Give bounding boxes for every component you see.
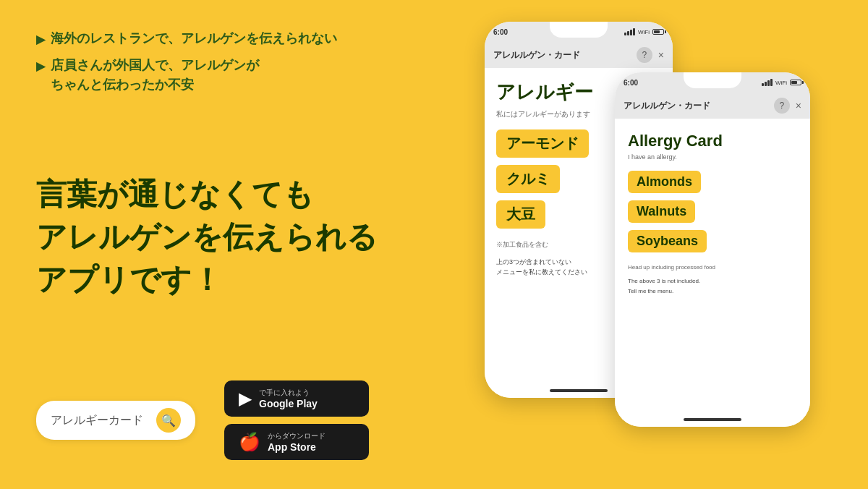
front-signal-bars [762,79,773,86]
phone-front-close-btn[interactable]: × [796,100,801,111]
problem-item-1: ▶ 海外のレストランで、アレルゲンを伝えられない [36,29,412,48]
phone-back-help-icon[interactable]: ? [637,47,652,63]
app-store-text: からダウンロード App Store [268,431,326,453]
phone-front: 6:00 WiFi アレルルゲン・カード [615,72,810,427]
phone-front-app-header: アレルルゲン・カード ? × [615,93,810,119]
phone-back-allergy-item-1: アーモンド [496,129,589,158]
search-text: アレルギーカード [51,413,149,428]
phone-front-help-icon[interactable]: ? [774,98,790,114]
phone-back-home-bar [550,389,608,392]
phone-front-status-icons: WiFi [762,79,801,86]
phone-front-allergy-note: Head up including processed food [628,264,797,271]
phone-front-status-bar: 6:00 WiFi [615,72,810,93]
bullet-triangle-2: ▶ [36,58,45,75]
problem-item-2: ▶ 店員さんが外国人で、アレルゲンが ちゃんと伝わったか不安 [36,56,412,95]
main-container: ▶ 海外のレストランで、アレルゲンを伝えられない ▶ 店員さんが外国人で、アレル… [0,0,868,489]
problems-section: ▶ 海外のレストランで、アレルゲンを伝えられない ▶ 店員さんが外国人で、アレル… [36,29,412,95]
phone-back-allergy-item-2: クルミ [496,165,560,193]
phone-back-status-icons: WiFi [624,28,664,35]
search-icon-circle[interactable]: 🔍 [156,408,181,433]
app-store-sub: からダウンロード [268,431,326,441]
google-play-main: Google Play [259,398,318,409]
google-play-button[interactable]: ▶ で手に入れよう Google Play [224,380,369,417]
phone-front-allergy-items: Almonds Walnuts Soybeans [628,171,797,260]
front-signal-bar-2 [765,82,767,86]
phone-front-allergy-title: Allergy Card [628,132,797,150]
phone-back-time: 6:00 [493,28,508,36]
phone-front-allergy-item-3: Soybeans [628,230,707,252]
signal-bar-1 [624,33,626,35]
google-play-icon: ▶ [239,388,252,409]
tagline: 言葉が通じなくても アレルゲンを伝えられる アプリです！ [36,174,378,301]
front-signal-bar-1 [762,83,764,86]
phone-front-content: Allergy Card I have an allergy. Almonds … [615,119,810,427]
bullet-triangle-1: ▶ [36,31,45,48]
search-icon: 🔍 [161,414,176,428]
phone-back-close-btn[interactable]: × [658,49,664,61]
signal-bars [624,28,635,35]
bottom-section: アレルギーカード 🔍 ▶ で手に入れよう Google Play 🍎 からダウ [36,380,412,460]
problem-text-2: 店員さんが外国人で、アレルゲンが ちゃんと伝わったか不安 [51,56,259,95]
front-battery-fill [791,81,797,84]
search-bar[interactable]: アレルギーカード 🔍 [36,401,195,440]
tagline-line1: 言葉が通じなくても [36,174,378,216]
tagline-section: 言葉が通じなくても アレルゲンを伝えられる アプリです！ [36,95,412,380]
signal-bar-2 [627,31,629,35]
google-play-text: で手に入れよう Google Play [259,388,318,409]
phone-front-notch [684,72,741,88]
left-section: ▶ 海外のレストランで、アレルゲンを伝えられない ▶ 店員さんが外国人で、アレル… [0,0,448,489]
front-signal-bar-3 [767,80,770,86]
app-store-main: App Store [268,441,326,453]
apple-icon: 🍎 [239,432,260,452]
phone-front-home-bar [684,418,741,421]
store-buttons: ▶ で手に入れよう Google Play 🍎 からダウンロード App Sto… [224,380,369,460]
phone-front-time: 6:00 [624,79,638,87]
signal-bar-4 [633,28,635,35]
phone-front-header-title: アレルルゲン・カード [624,100,710,112]
phone-front-allergy-request: The above 3 is not included. Tell me the… [628,276,797,296]
phone-back-notch [550,22,608,38]
front-signal-bar-4 [770,79,773,86]
phone-front-allergy-subtitle: I have an allergy. [628,153,797,161]
phone-front-allergy-item-1: Almonds [628,171,701,193]
right-section: 6:00 WiFi アレルルゲン・カード [448,0,868,489]
problem-text-1: 海外のレストランで、アレルゲンを伝えられない [51,29,337,48]
battery-fill [654,30,660,33]
app-store-button[interactable]: 🍎 からダウンロード App Store [224,424,369,460]
tagline-line2: アレルゲンを伝えられる [36,216,378,259]
battery-icon [652,29,664,35]
phone-front-allergy-item-2: Walnuts [628,200,695,223]
signal-bar-3 [630,30,632,35]
wifi-icon: WiFi [638,29,650,35]
tagline-line3: アプリです！ [36,259,378,302]
phone-back-header-title: アレルルゲン・カード [493,49,580,61]
front-battery-icon [790,80,801,85]
phone-back-allergy-item-3: 大豆 [496,200,545,229]
front-wifi-icon: WiFi [775,80,787,86]
phone-back-app-header: アレルルゲン・カード ? × [485,42,673,68]
phone-back-status-bar: 6:00 WiFi [485,22,673,42]
google-play-sub: で手に入れよう [259,388,318,398]
